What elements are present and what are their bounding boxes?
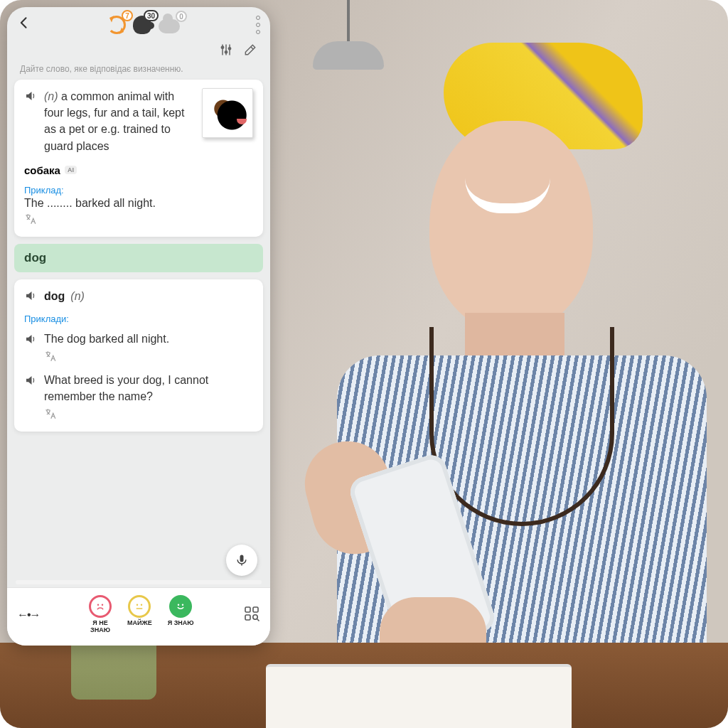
svg-point-13 [253, 614, 257, 619]
back-button[interactable] [17, 16, 31, 34]
microphone-icon [235, 553, 249, 567]
chevron-left-icon [17, 16, 31, 30]
example-row: What breed is your dog, I cannot remembe… [24, 373, 253, 423]
cloud-icon [159, 19, 180, 33]
know-label: Я ЗНАЮ [168, 620, 194, 627]
progress-bar [16, 580, 262, 584]
translate-example-button[interactable] [44, 350, 253, 365]
refresh-badge: 7 [122, 10, 133, 21]
translate-icon [24, 213, 37, 225]
examples-label: Приклади: [24, 314, 253, 324]
definition-image [202, 88, 253, 138]
edit-button[interactable] [243, 43, 257, 60]
microphone-button[interactable] [226, 545, 257, 576]
svg-point-8 [178, 604, 179, 606]
example-row: The dog barked all night. [24, 331, 253, 365]
translation-text: собака [24, 164, 60, 176]
speaker-icon [24, 333, 37, 346]
almost-button[interactable]: МАЙЖЕ [127, 595, 152, 634]
more-menu-button[interactable] [256, 16, 260, 34]
know-button[interactable]: Я ЗНАЮ [168, 595, 194, 634]
answer-strip: dog [14, 244, 263, 272]
cloud-badge: 0 [176, 11, 187, 22]
translate-icon [44, 350, 57, 363]
svg-point-7 [141, 604, 142, 606]
definition-card: (n) a common animal with four legs, fur … [14, 80, 263, 237]
svg-point-5 [102, 604, 103, 606]
svg-point-4 [97, 604, 99, 606]
person [259, 43, 700, 682]
definition-text: (n) a common animal with four legs, fur … [44, 88, 196, 154]
sub-toolbar [7, 43, 270, 64]
play-example-button[interactable] [24, 374, 38, 390]
translate-icon [44, 407, 57, 420]
notebook [266, 664, 572, 728]
cloud-stat[interactable]: 0 [159, 16, 180, 33]
dont-know-button[interactable]: Я НЕ ЗНАЮ [89, 595, 112, 634]
svg-point-0 [221, 46, 223, 48]
translate-example-button[interactable] [24, 213, 253, 228]
example-text: The dog barked all night. [44, 331, 253, 347]
grid-search-icon [243, 605, 260, 622]
nav-arrows-button[interactable]: ←•→ [17, 609, 40, 621]
svg-rect-3 [240, 555, 244, 562]
definition-body: a common animal with four legs, fur and … [44, 90, 184, 152]
svg-point-6 [136, 604, 138, 606]
happy-face-icon [169, 595, 192, 618]
top-bar: 7 30 0 [7, 7, 270, 43]
translate-example-button[interactable] [44, 407, 253, 423]
answer-text: dog [24, 251, 46, 264]
edit-icon [243, 43, 257, 57]
sliders-icon [219, 43, 233, 57]
play-audio-button[interactable] [24, 90, 38, 105]
translation-row: собака AI [24, 164, 253, 176]
instruction-text: Дайте слово, яке відповідає визначенню. [7, 64, 270, 80]
neutral-face-icon [128, 595, 151, 618]
brain-badge: 30 [144, 10, 159, 21]
sad-face-icon [89, 595, 112, 618]
speaker-icon [24, 289, 37, 302]
entry-pos: (n) [70, 290, 85, 303]
grid-view-button[interactable] [243, 605, 260, 625]
play-example-button[interactable] [24, 333, 38, 348]
example-sentence: The ........ barked all night. [24, 197, 253, 210]
stats-group: 7 30 0 [107, 16, 180, 34]
svg-rect-12 [245, 615, 250, 620]
svg-point-2 [228, 48, 230, 50]
speaker-icon [24, 90, 37, 102]
app-panel: 7 30 0 Дайте слово, яке відповідає визна… [7, 7, 270, 646]
ai-badge: AI [65, 166, 77, 174]
brain-stat[interactable]: 30 [133, 16, 151, 34]
example-label: Приклад: [24, 185, 253, 196]
svg-rect-11 [253, 607, 258, 612]
almost-label: МАЙЖЕ [127, 620, 152, 627]
svg-point-1 [225, 51, 227, 53]
example-text: What breed is your dog, I cannot remembe… [44, 373, 253, 405]
speaker-icon [24, 374, 37, 387]
svg-rect-10 [245, 607, 250, 612]
play-word-button[interactable] [24, 289, 38, 305]
part-of-speech: (n) [44, 90, 58, 102]
dont-know-label: Я НЕ ЗНАЮ [90, 620, 110, 634]
entry-word: dog [44, 290, 65, 303]
settings-sliders-button[interactable] [219, 43, 233, 60]
entry-card: dog (n) Приклади: The dog barked all nig… [14, 279, 263, 432]
bottom-bar: ←•→ Я НЕ ЗНАЮ МАЙЖЕ Я ЗНАЮ [7, 587, 270, 646]
arrows-icon: ←•→ [17, 609, 40, 621]
refresh-stat[interactable]: 7 [107, 16, 126, 34]
svg-point-9 [182, 604, 183, 606]
